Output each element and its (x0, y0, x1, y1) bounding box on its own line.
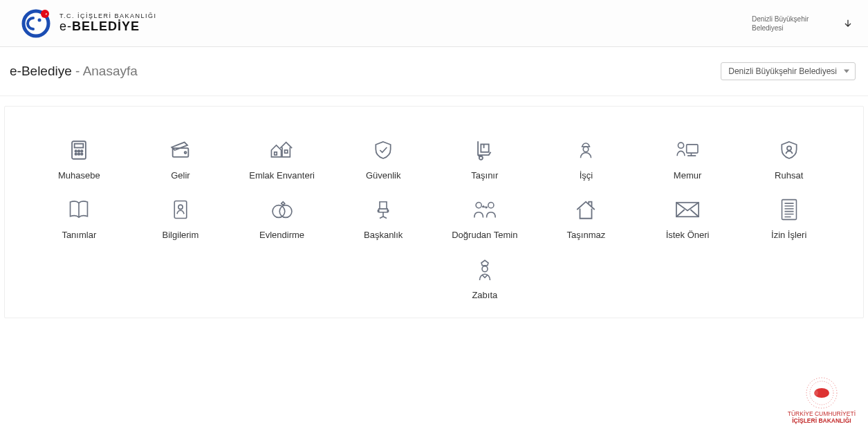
tile-dogrudan-temin[interactable]: Doğrudan Temin (443, 194, 526, 244)
tile-ruhsat[interactable]: Ruhsat (748, 134, 831, 184)
tile-zabita[interactable]: Zabıta (443, 254, 526, 304)
modules-grid: Muhasebe Gelir Emlak Envanteri Güvenlik (33, 134, 835, 304)
svg-rect-13 (274, 152, 277, 155)
book-icon (66, 196, 92, 223)
tile-isci[interactable]: İşçi (544, 134, 627, 184)
svg-point-18 (678, 143, 683, 148)
svg-point-2 (41, 10, 49, 18)
tile-label: Muhasebe (58, 170, 100, 181)
tile-guvenlik[interactable]: Güvenlik (342, 134, 425, 184)
tile-tasinir[interactable]: Taşınır (443, 134, 526, 184)
tile-label: İşçi (580, 170, 593, 181)
svg-point-10 (78, 153, 80, 155)
svg-rect-19 (687, 145, 698, 153)
tile-label: Emlak Envanteri (249, 170, 315, 181)
tile-label: Gelir (171, 170, 190, 181)
svg-point-26 (488, 203, 494, 208)
app-name: e-BELEDİYE (59, 20, 157, 34)
logo-icon (21, 8, 51, 39)
svg-point-7 (78, 150, 80, 152)
header-right: Denizli Büyükşehir Belediyesi (752, 15, 854, 33)
svg-point-24 (279, 205, 292, 218)
tile-memur[interactable]: Memur (646, 134, 729, 184)
worker-icon (573, 137, 599, 163)
municipality-select[interactable]: Denizli Büyükşehir Belediyesi (721, 62, 856, 80)
tile-label: Başkanlık (364, 230, 403, 241)
municipality-select-value: Denizli Büyükşehir Belediyesi (728, 66, 837, 76)
tile-label: Doğrudan Temin (452, 230, 517, 241)
svg-rect-16 (481, 145, 488, 152)
logo-text: T.C. İÇİŞLERİ BAKANLIĞI e-BELEDİYE (59, 13, 157, 34)
houses-icon (269, 137, 295, 163)
tile-label: Zabıta (472, 290, 497, 301)
tile-label: Güvenlik (366, 170, 401, 181)
svg-point-6 (75, 150, 77, 152)
seal-icon (806, 377, 838, 409)
svg-point-9 (75, 153, 77, 155)
logo-block: T.C. İÇİŞLERİ BAKANLIĞI e-BELEDİYE (21, 8, 157, 39)
svg-point-20 (787, 146, 791, 150)
tile-evlendirme[interactable]: Evlendirme (241, 194, 324, 244)
people-exchange-icon (472, 196, 498, 223)
svg-point-1 (38, 18, 41, 21)
tile-label: Bilgilerim (163, 230, 199, 241)
svg-point-12 (185, 152, 187, 154)
seal-line2: İÇİŞLERİ BAKANLIĞI (788, 418, 856, 424)
tile-muhasebe[interactable]: Muhasebe (37, 134, 120, 184)
svg-rect-14 (284, 150, 287, 153)
house-icon (573, 196, 599, 223)
svg-point-29 (482, 266, 488, 271)
tile-izin-isleri[interactable]: İzin İşleri (748, 194, 831, 244)
tile-label: İzin İşleri (771, 230, 806, 241)
desk-person-icon (674, 137, 701, 163)
tile-label: Taşınır (471, 170, 498, 181)
tile-bilgilerim[interactable]: Bilgilerim (139, 194, 222, 244)
tile-baskanlik[interactable]: Başkanlık (342, 194, 425, 244)
envelope-icon (674, 196, 701, 223)
tile-label: Tanımlar (62, 230, 96, 241)
wallet-icon (167, 137, 194, 163)
title-bar: e-Belediye - Anasayfa Denizli Büyükşehir… (0, 47, 868, 96)
svg-point-8 (81, 150, 83, 152)
tile-label: Taşınmaz (567, 230, 606, 241)
page-title: e-Belediye - Anasayfa (10, 64, 138, 79)
svg-point-11 (81, 153, 83, 155)
officer-icon (472, 257, 498, 283)
modules-card: Muhasebe Gelir Emlak Envanteri Güvenlik (4, 106, 864, 318)
header-municipality-label: Denizli Büyükşehir Belediyesi (752, 15, 821, 33)
calculator-icon (66, 137, 92, 163)
ministry-seal: TÜRKİYE CUMHURİYETİ İÇİŞLERİ BAKANLIĞI (788, 377, 856, 424)
chair-icon (370, 196, 396, 223)
svg-rect-5 (75, 144, 84, 148)
svg-point-23 (273, 205, 285, 218)
tile-emlak-envanteri[interactable]: Emlak Envanteri (241, 134, 324, 184)
tile-gelir[interactable]: Gelir (139, 134, 222, 184)
document-lines-icon (776, 196, 802, 223)
tile-tanimlar[interactable]: Tanımlar (37, 194, 120, 244)
hand-truck-icon (472, 137, 498, 163)
tile-label: İstek Öneri (666, 230, 710, 241)
tile-label: Evlendirme (259, 230, 304, 241)
svg-point-25 (476, 203, 481, 208)
tile-label: Memur (674, 170, 701, 181)
svg-point-15 (479, 156, 483, 160)
expand-arrow-icon[interactable] (842, 17, 854, 30)
svg-point-22 (178, 205, 183, 209)
rings-icon (269, 196, 295, 223)
tile-istek-oneri[interactable]: İstek Öneri (646, 194, 729, 244)
tile-label: Ruhsat (775, 170, 803, 181)
shield-check-icon (370, 137, 396, 163)
shield-person-icon (776, 137, 802, 163)
profile-card-icon (167, 196, 194, 223)
tile-tasinmaz[interactable]: Taşınmaz (544, 194, 627, 244)
svg-point-17 (584, 147, 589, 152)
app-header: T.C. İÇİŞLERİ BAKANLIĞI e-BELEDİYE Deniz… (0, 0, 868, 47)
